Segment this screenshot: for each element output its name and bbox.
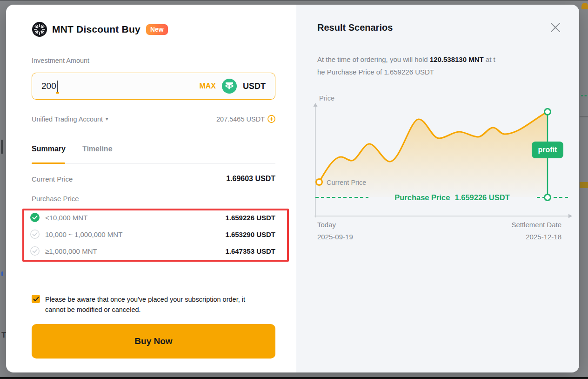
today-column: Today 2025-09-19 [317, 219, 353, 243]
text-cursor [57, 81, 58, 92]
bottom-border [0, 377, 588, 379]
holding-amount: 120.538130 MNT [430, 55, 484, 63]
amount-value[interactable]: 200 [41, 81, 56, 91]
result-scenarios-panel: Result Scenarios At the time of ordering… [296, 5, 579, 372]
account-balance: 207.5465 USDT [216, 115, 265, 123]
purchase-point-marker [545, 195, 551, 201]
account-row: Unified Trading Account ▾ 207.5465 USDT [32, 115, 275, 123]
deposit-plus-icon[interactable] [267, 115, 275, 123]
page-title: MNT Discount Buy [52, 24, 140, 35]
scenario-summary-text: At the time of ordering, you will hold 1… [317, 53, 565, 78]
summary-suffix: at t [484, 55, 495, 63]
tier-price: 1.653290 USDT [225, 230, 275, 238]
tier-range: <10,000 MNT [45, 214, 87, 222]
usdt-icon [222, 79, 237, 94]
settlement-date: 2025-12-18 [511, 231, 561, 243]
modal-header: MNT Discount Buy New [32, 21, 168, 37]
tier-price: 1.647353 USDT [225, 247, 275, 255]
tab-divider [32, 163, 275, 164]
account-selector[interactable]: Unified Trading Account ▾ [32, 115, 108, 123]
background-fragment-dashes [581, 95, 587, 96]
amount-input[interactable]: 200 MAX USDT [32, 73, 275, 100]
currency-label: USDT [243, 81, 266, 91]
tier-price: 1.659226 USDT [225, 214, 275, 222]
settlement-point-marker [545, 109, 551, 115]
tab-bar: Summary Timeline [32, 145, 113, 153]
current-price-row: Current Price 1.69603 USDT [32, 175, 275, 183]
tab-summary[interactable]: Summary [32, 145, 66, 153]
tier-row-1[interactable]: <10,000 MNT 1.659226 USDT [30, 213, 275, 222]
active-tab-underline [32, 162, 65, 164]
checkmark-icon [33, 297, 39, 302]
disclaimer-text: Please be aware that once you've placed … [45, 294, 245, 315]
purchase-price-label: Purchase Price [32, 195, 79, 203]
chevron-down-icon: ▾ [106, 116, 108, 122]
current-price-value: 1.69603 USDT [226, 175, 275, 183]
max-button[interactable]: MAX [199, 82, 216, 90]
summary-prefix: At the time of ordering, you will hold [317, 55, 430, 63]
screen: T MNT Disco [0, 0, 588, 379]
investment-amount-label: Investment Amount [32, 57, 89, 64]
background-fragment-curve [581, 3, 588, 9]
disclaimer-line-1: Please be aware that once you've placed … [45, 294, 245, 305]
background-fragment-line [580, 116, 588, 117]
summary-line-2: he Purchase Price of 1.659226 USDT [317, 66, 565, 78]
current-price-label: Current Price [32, 175, 73, 183]
disclaimer-line-2: cannot be modified or canceled. [45, 305, 245, 315]
mnt-token-icon [32, 21, 47, 37]
scenario-chart: Price Purchase Price1.659226 USDT profit… [312, 91, 575, 226]
background-fragment-letter: T [1, 331, 6, 340]
background-fragment-button [580, 182, 588, 188]
today-label: Today [317, 219, 353, 231]
check-circle-unselected-icon [30, 246, 40, 256]
current-price-marker [316, 179, 322, 185]
check-circle-unselected-icon [30, 230, 40, 239]
x-axis-arrow [568, 214, 572, 218]
tier-range: ≥1,000,000 MNT [45, 247, 97, 255]
current-price-chart-label: Current Price [327, 179, 366, 186]
discount-buy-modal: MNT Discount Buy New Investment Amount 2… [6, 5, 579, 372]
background-fragment-dot [1, 271, 3, 276]
tier-row-3[interactable]: ≥1,000,000 MNT 1.647353 USDT [30, 246, 275, 256]
settlement-column: Settlement Date 2025-12-18 [511, 219, 561, 243]
tab-timeline[interactable]: Timeline [82, 145, 113, 153]
result-scenarios-title: Result Scenarios [317, 22, 393, 33]
buy-now-button[interactable]: Buy Now [32, 324, 275, 359]
tier-range: 10,000 ~ 1,000,000 MNT [45, 230, 122, 238]
account-name: Unified Trading Account [32, 115, 103, 123]
new-badge: New [146, 24, 168, 35]
profit-badge-label: profit [538, 146, 558, 154]
agreement-checkbox[interactable] [32, 295, 40, 303]
background-fragment-sliver [1, 140, 3, 154]
today-date: 2025-09-19 [317, 231, 353, 243]
y-axis-arrow [314, 103, 318, 107]
tier-row-2[interactable]: 10,000 ~ 1,000,000 MNT 1.653290 USDT [30, 230, 275, 239]
chart-footer: Today 2025-09-19 Settlement Date 2025-12… [317, 219, 561, 243]
close-icon[interactable] [549, 21, 561, 34]
order-panel: MNT Discount Buy New Investment Amount 2… [6, 5, 296, 372]
settlement-label: Settlement Date [511, 219, 561, 231]
price-axis-label: Price [319, 95, 334, 102]
disclaimer-row: Please be aware that once you've placed … [32, 294, 275, 315]
check-circle-selected-icon [30, 213, 40, 222]
